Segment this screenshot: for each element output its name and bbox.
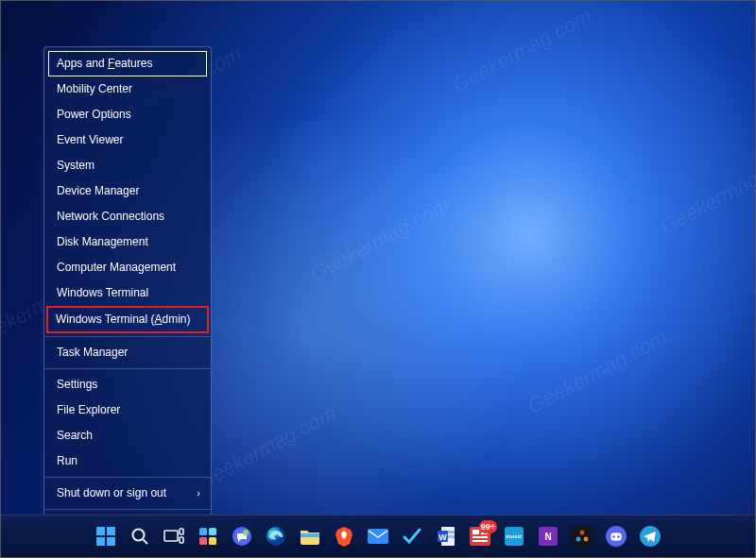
menu-separator (44, 509, 211, 510)
svg-rect-6 (164, 531, 178, 541)
brave-icon (335, 526, 353, 547)
svg-text:W: W (438, 533, 447, 542)
winx-context-menu: Apps and FeaturesMobility CenterPower Op… (43, 46, 212, 543)
svg-rect-7 (180, 529, 183, 534)
chat-icon (232, 526, 252, 547)
taskbar-amazon-music[interactable]: music (500, 522, 528, 550)
widgets-icon (198, 527, 217, 546)
svg-point-31 (576, 537, 581, 542)
badge: 99+ (479, 520, 497, 533)
word-icon: W (437, 526, 455, 547)
winx-item-label: Apps and Features (57, 57, 152, 71)
winx-item-label: Task Manager (57, 346, 128, 360)
winx-item[interactable]: Power Options (44, 102, 211, 127)
explorer-icon (300, 528, 320, 545)
svg-rect-24 (472, 530, 479, 534)
svg-rect-16 (301, 533, 319, 537)
taskbar-discord[interactable] (602, 522, 630, 550)
svg-rect-12 (209, 537, 216, 545)
svg-rect-8 (180, 537, 183, 543)
taskbar-task-view[interactable] (160, 522, 188, 550)
start-icon (95, 526, 116, 547)
watermark: Geekermag.com (656, 145, 756, 239)
taskbar-start[interactable] (92, 522, 120, 550)
winx-item-label: Event Viewer (57, 133, 123, 147)
taskbar-file-explorer[interactable] (296, 522, 324, 550)
winx-item-label: Shut down or sign out (57, 486, 166, 500)
winx-item[interactable]: Network Connections (44, 204, 211, 229)
winx-item[interactable]: Device Manager (44, 178, 211, 204)
svg-rect-29 (572, 526, 593, 547)
menu-separator (44, 336, 211, 337)
watermark: Geekermag.com (448, 4, 595, 97)
taskbar-edge[interactable] (262, 522, 290, 550)
davinci-icon (572, 526, 593, 547)
winx-item[interactable]: Run (44, 448, 211, 474)
winx-item[interactable]: File Explorer (44, 397, 211, 423)
svg-rect-17 (368, 529, 388, 544)
winx-item[interactable]: Mobility Center (44, 76, 211, 102)
svg-point-4 (133, 530, 145, 541)
winx-item[interactable]: Event Viewer (44, 127, 211, 153)
svg-line-5 (144, 540, 148, 545)
winx-item[interactable]: Computer Management (44, 255, 211, 280)
winx-item[interactable]: Apps and Features (48, 51, 207, 76)
svg-rect-2 (96, 537, 105, 546)
winx-item[interactable]: Windows Terminal (Admin) (46, 306, 209, 333)
taskbar-mail[interactable] (364, 522, 392, 550)
desktop-wallpaper[interactable]: Geekermag.com Geekermag.com Geekermag.co… (0, 0, 756, 558)
taskbar-brave[interactable] (330, 522, 358, 550)
svg-point-35 (617, 535, 620, 538)
mail-icon (368, 529, 388, 544)
svg-point-30 (580, 531, 585, 535)
menu-separator (44, 477, 211, 478)
menu-separator (44, 368, 211, 369)
winx-item[interactable]: Search (44, 423, 211, 448)
search-icon (130, 527, 149, 546)
taskbar-word[interactable]: W (432, 522, 460, 550)
winx-item-label: File Explorer (57, 403, 120, 417)
winx-item-label: Disk Management (57, 235, 148, 249)
onenote-tile: N (539, 527, 558, 546)
winx-item[interactable]: Disk Management (44, 229, 211, 255)
winx-item[interactable]: Windows Terminal (44, 280, 211, 306)
taskbar-onenote[interactable]: N (534, 522, 562, 550)
svg-rect-1 (107, 527, 115, 535)
taskbar-news[interactable]: 99+ (466, 522, 494, 550)
winx-item-label: Mobility Center (57, 82, 132, 96)
taskview-icon (163, 528, 184, 545)
chevron-right-icon: › (197, 486, 200, 500)
winx-item-label: Power Options (57, 108, 131, 122)
winx-item-label: System (57, 159, 94, 173)
winx-item[interactable]: Settings (44, 372, 211, 397)
taskbar-search[interactable] (126, 522, 154, 550)
winx-item[interactable]: System (44, 153, 211, 178)
taskbar: W99+musicN (1, 515, 755, 557)
telegram-icon (640, 526, 661, 547)
svg-point-34 (612, 535, 615, 538)
taskbar-telegram[interactable] (636, 522, 664, 550)
todo-icon (402, 526, 422, 547)
taskbar-todo[interactable] (398, 522, 426, 550)
taskbar-widgets[interactable] (194, 522, 222, 550)
taskbar-davinci[interactable] (568, 522, 596, 550)
svg-point-32 (584, 537, 589, 542)
watermark: Geekermag.com (306, 193, 454, 286)
watermark: Geekermag.com (193, 400, 340, 494)
winx-item[interactable]: Shut down or sign out› (44, 481, 211, 506)
winx-item[interactable]: Task Manager (44, 340, 211, 365)
taskbar-chat[interactable] (228, 522, 256, 550)
edge-icon (266, 526, 286, 547)
winx-item-label: Computer Management (57, 261, 176, 275)
winx-item-label: Windows Terminal (Admin) (56, 313, 191, 327)
svg-point-14 (243, 530, 249, 535)
svg-rect-3 (107, 537, 115, 546)
winx-item-label: Network Connections (57, 210, 164, 224)
winx-item-label: Run (57, 454, 77, 468)
winx-item-label: Windows Terminal (57, 286, 148, 300)
svg-rect-11 (199, 537, 207, 545)
svg-rect-10 (209, 528, 216, 535)
svg-rect-0 (96, 527, 105, 535)
svg-rect-26 (472, 540, 488, 542)
music-tile: music (505, 527, 524, 546)
